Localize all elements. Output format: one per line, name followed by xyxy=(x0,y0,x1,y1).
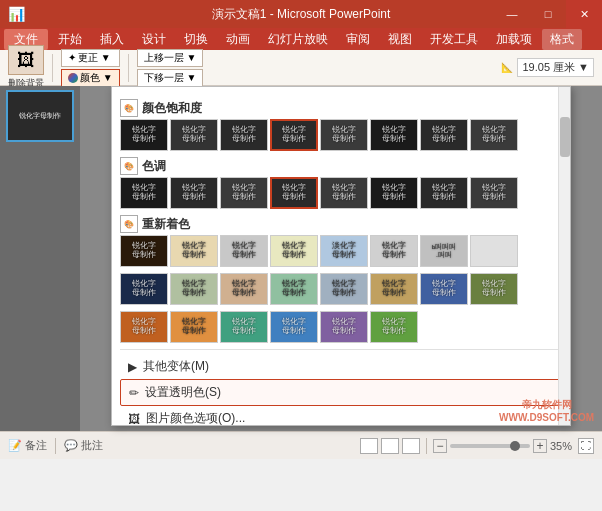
corrections-icon: ✦ xyxy=(68,52,76,63)
image-color-options-item[interactable]: 🖼 图片颜色选项(O)... xyxy=(120,406,562,426)
tone-swatch-6[interactable]: 锐化字母制作 xyxy=(420,177,468,209)
saturation-title: 颜色饱和度 xyxy=(142,100,202,117)
separator2 xyxy=(128,54,129,82)
toolbar: 🖼 删除背景 ✦ 更正 ▼ 颜色 ▼ 上移一层 ▼ 下移一层 ▼ 📐 19.05… xyxy=(0,50,602,86)
image-color-options-label: 图片颜色选项(O)... xyxy=(146,410,245,426)
scroll-thumb[interactable] xyxy=(560,117,570,157)
size-label: 📐 xyxy=(501,62,513,73)
rc1-swatch-3[interactable]: 锐化字母制作 xyxy=(270,235,318,267)
sat-swatch-4[interactable]: 锐化字母制作 xyxy=(320,119,368,151)
sat-swatch-5[interactable]: 锐化字母制作 xyxy=(370,119,418,151)
sat-swatch-0[interactable]: 锐化字母制作 xyxy=(120,119,168,151)
saturation-grid: 锐化字母制作 锐化字母制作 锐化字母制作 锐化字母制作 锐化字母制作 锐化字母制… xyxy=(120,119,562,151)
menu-format[interactable]: 格式 xyxy=(542,29,582,50)
tone-swatch-1[interactable]: 锐化字母制作 xyxy=(170,177,218,209)
tone-swatch-2[interactable]: 锐化字母制作 xyxy=(220,177,268,209)
options-icon: 🖼 xyxy=(128,412,140,426)
sat-swatch-1[interactable]: 锐化字母制作 xyxy=(170,119,218,151)
tone-swatch-4[interactable]: 锐化字母制作 xyxy=(320,177,368,209)
rc2-swatch-7[interactable]: 锐化字母制作 xyxy=(470,273,518,305)
remove-bg-btn[interactable]: 🖼 xyxy=(8,45,44,75)
rc1-swatch-4[interactable]: 淡化字母制作 xyxy=(320,235,368,267)
tone-icon: 🎨 xyxy=(120,157,138,175)
recolor-grid-1: 锐化字母制作 锐化字母制作 锐化字母制作 锐化字母制作 淡化字母制作 锐化字母制… xyxy=(120,235,562,267)
rc2-swatch-6[interactable]: 锐化字母制作 xyxy=(420,273,468,305)
tone-grid: 锐化字母制作 锐化字母制作 锐化字母制作 锐化字母制作 锐化字母制作 锐化字母制… xyxy=(120,177,562,209)
app-icon: 📊 xyxy=(8,6,25,22)
menu-transition[interactable]: 切换 xyxy=(176,29,216,50)
title-text: 演示文稿1 - Microsoft PowerPoint xyxy=(212,6,391,23)
menu-slideshow[interactable]: 幻灯片放映 xyxy=(260,29,336,50)
close-button[interactable]: ✕ xyxy=(566,0,602,28)
rc2-swatch-0[interactable]: 锐化字母制作 xyxy=(120,273,168,305)
menu-animation[interactable]: 动画 xyxy=(218,29,258,50)
saturation-icon: 🎨 xyxy=(120,99,138,117)
rc2-swatch-4[interactable]: 锐化字母制作 xyxy=(320,273,368,305)
watermark-line2: WWW.D9SOFT.COM xyxy=(499,411,594,424)
saturation-header: 🎨 颜色饱和度 xyxy=(120,99,562,117)
rc3-swatch-2[interactable]: 锐化字母制作 xyxy=(220,311,268,343)
tone-swatch-0[interactable]: 锐化字母制作 xyxy=(120,177,168,209)
sat-swatch-6[interactable]: 锐化字母制作 xyxy=(420,119,468,151)
up-layer-btn[interactable]: 上移一层 ▼ xyxy=(137,49,204,67)
more-variants-item[interactable]: ▶ 其他变体(M) xyxy=(120,354,562,379)
dropdown-footer: ▶ 其他变体(M) ✏ 设置透明色(S) 🖼 图片颜色选项(O)... xyxy=(120,349,562,426)
rc1-swatch-0[interactable]: 锐化字母制作 xyxy=(120,235,168,267)
rc2-swatch-5[interactable]: 锐化字母制作 xyxy=(370,273,418,305)
more-icon: ▶ xyxy=(128,360,137,374)
minimize-button[interactable]: — xyxy=(494,0,530,28)
menu-insert[interactable]: 插入 xyxy=(92,29,132,50)
rc2-swatch-1[interactable]: 锐化字母制作 xyxy=(170,273,218,305)
main-area: 1 锐化字母制作 🎨 颜色饱和度 xyxy=(0,86,602,459)
rc2-swatch-3[interactable]: 锐化字母制作 xyxy=(270,273,318,305)
rc3-swatch-3[interactable]: 锐化字母制作 xyxy=(270,311,318,343)
tone-swatch-5[interactable]: 锐化字母制作 xyxy=(370,177,418,209)
dropdown-scrollbar[interactable] xyxy=(558,87,570,425)
watermark-line1: 帝九软件网 xyxy=(499,398,594,411)
maximize-button[interactable]: □ xyxy=(530,0,566,28)
up-layer-label: 上移一层 ▼ xyxy=(144,51,197,65)
menu-addins[interactable]: 加载项 xyxy=(488,29,540,50)
more-variants-label: 其他变体(M) xyxy=(143,358,209,375)
rc1-swatch-2[interactable]: 锐化字母制作 xyxy=(220,235,268,267)
rc3-swatch-5[interactable]: 锐化字母制作 xyxy=(370,311,418,343)
recolor-grid-2: 锐化字母制作 锐化字母制作 锐化字母制作 锐化字母制作 锐化字母制作 锐化字母制… xyxy=(120,273,562,305)
rc1-swatch-6[interactable]: ь叫叫叫.叫叫 xyxy=(420,235,468,267)
tone-swatch-7[interactable]: 锐化字母制作 xyxy=(470,177,518,209)
dropdown-content: 🎨 颜色饱和度 锐化字母制作 锐化字母制作 锐化字母制作 锐化字母制作 锐化字母… xyxy=(111,86,571,426)
rc1-swatch-7[interactable] xyxy=(470,235,518,267)
tone-title: 色调 xyxy=(142,158,166,175)
down-layer-btn[interactable]: 下移一层 ▼ xyxy=(137,69,204,87)
sat-swatch-2[interactable]: 锐化字母制作 xyxy=(220,119,268,151)
set-transparent-label: 设置透明色(S) xyxy=(145,384,221,401)
menu-view[interactable]: 视图 xyxy=(380,29,420,50)
rc2-swatch-2[interactable]: 锐化字母制作 xyxy=(220,273,268,305)
menu-bar: 文件 开始 插入 设计 切换 动画 幻灯片放映 审阅 视图 开发工具 加载项 格… xyxy=(0,28,602,50)
color-label: 颜色 ▼ xyxy=(80,71,113,85)
size-value[interactable]: 19.05 厘米 ▼ xyxy=(517,58,594,77)
recolor-title: 重新着色 xyxy=(142,216,190,233)
rc3-swatch-1[interactable]: 锐化字母制作 xyxy=(170,311,218,343)
recolor-header: 🎨 重新着色 xyxy=(120,215,562,233)
sat-swatch-7[interactable]: 锐化字母制作 xyxy=(470,119,518,151)
down-layer-label: 下移一层 ▼ xyxy=(144,71,197,85)
corrections-label: 更正 ▼ xyxy=(78,51,111,65)
transparent-icon: ✏ xyxy=(129,386,139,400)
menu-review[interactable]: 审阅 xyxy=(338,29,378,50)
menu-design[interactable]: 设计 xyxy=(134,29,174,50)
recolor-grid-3: 锐化字母制作 锐化字母制作 锐化字母制作 锐化字母制作 锐化字母制作 锐化字母制… xyxy=(120,311,562,343)
rc3-swatch-4[interactable]: 锐化字母制作 xyxy=(320,311,368,343)
tone-header: 🎨 色调 xyxy=(120,157,562,175)
rc1-swatch-1[interactable]: 锐化字母制作 xyxy=(170,235,218,267)
rc3-swatch-0[interactable]: 锐化字母制作 xyxy=(120,311,168,343)
tone-swatch-3[interactable]: 锐化字母制作 xyxy=(270,177,318,209)
set-transparent-item[interactable]: ✏ 设置透明色(S) xyxy=(120,379,562,406)
menu-developer[interactable]: 开发工具 xyxy=(422,29,486,50)
color-btn[interactable]: 颜色 ▼ xyxy=(61,69,120,87)
recolor-icon: 🎨 xyxy=(120,215,138,233)
menu-home[interactable]: 开始 xyxy=(50,29,90,50)
corrections-btn[interactable]: ✦ 更正 ▼ xyxy=(61,49,120,67)
title-bar: 📊 演示文稿1 - Microsoft PowerPoint — □ ✕ xyxy=(0,0,602,28)
rc1-swatch-5[interactable]: 锐化字母制作 xyxy=(370,235,418,267)
sat-swatch-3[interactable]: 锐化字母制作 xyxy=(270,119,318,151)
